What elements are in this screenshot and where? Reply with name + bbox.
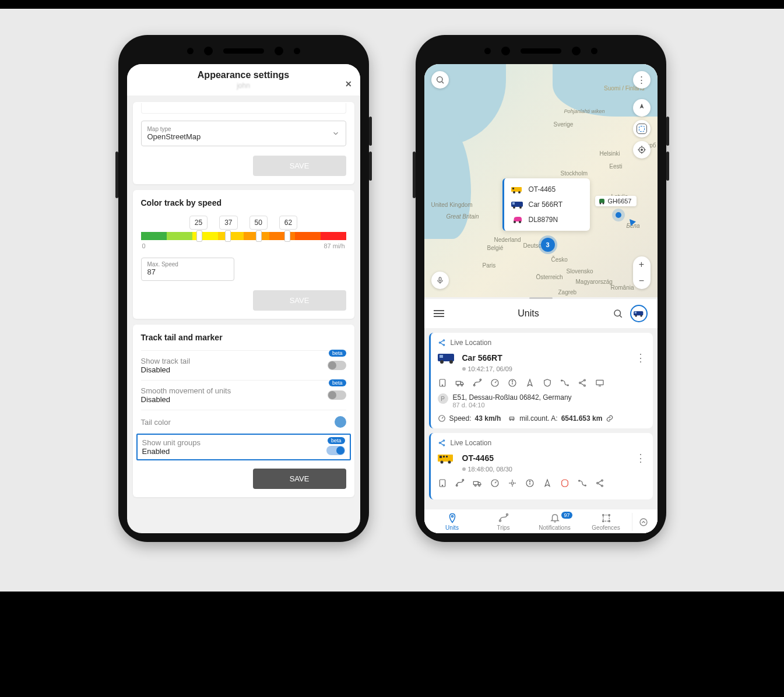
map-city: Deutsc <box>523 242 542 249</box>
map-city: Great Britain <box>447 213 479 220</box>
save-button-tracktail[interactable]: SAVE <box>253 469 346 489</box>
panel-title: Units <box>518 308 539 319</box>
info-icon[interactable] <box>508 378 517 388</box>
search-icon[interactable] <box>431 71 449 89</box>
zoom-out-icon[interactable]: − <box>639 276 644 286</box>
live-location-label: Live Location <box>451 339 492 347</box>
svg-point-12 <box>513 191 515 193</box>
compass-icon[interactable] <box>633 99 651 117</box>
unit-card[interactable]: Live Location OT-4465 ⋮ 18:48:00, 08/30 <box>429 433 653 499</box>
smooth-movement-row: Smooth movement of units Disabled beta <box>141 380 346 410</box>
show-groups-toggle[interactable] <box>326 446 345 455</box>
speed-stop[interactable]: 62 <box>279 216 297 230</box>
tablet-icon[interactable] <box>438 478 447 488</box>
map-type-select[interactable]: Map type OpenStreetMap <box>141 121 346 146</box>
unit-name: Car 566RT <box>462 353 502 362</box>
route-icon[interactable] <box>473 378 482 388</box>
speed-stop[interactable]: 25 <box>189 216 208 230</box>
map-city: Slovensko <box>567 268 593 274</box>
unit-card[interactable]: Live Location Car 566RT ⋮ 10:42:17, 06/0… <box>429 333 653 428</box>
map-city: Belgié <box>487 245 504 251</box>
nav-icon[interactable] <box>525 378 535 388</box>
locate-icon[interactable] <box>633 141 651 159</box>
path-icon[interactable] <box>578 478 587 488</box>
car-icon <box>508 414 516 423</box>
svg-line-93 <box>598 484 601 485</box>
action-icons <box>438 378 646 388</box>
map-city: Helsinki <box>599 150 620 157</box>
speed-icon[interactable] <box>490 478 500 488</box>
scan-icon[interactable] <box>633 120 651 138</box>
menu-icon[interactable] <box>434 310 444 317</box>
speed-stop[interactable]: 50 <box>249 216 268 230</box>
alert-icon[interactable] <box>560 478 569 488</box>
beta-badge: beta <box>329 350 346 357</box>
filter-unit-icon[interactable] <box>630 305 648 322</box>
svg-point-21 <box>602 203 604 205</box>
show-tail-toggle[interactable] <box>328 361 346 370</box>
slider-handle[interactable] <box>225 230 231 242</box>
popup-unit-item[interactable]: OT-4465 <box>504 182 590 197</box>
slider-handle[interactable] <box>284 230 290 242</box>
status-dot <box>462 467 466 471</box>
svg-point-70 <box>448 461 451 464</box>
speed-icon[interactable] <box>490 378 500 388</box>
bus-icon <box>438 452 456 464</box>
share-icon <box>438 339 446 347</box>
more-icon[interactable]: ⋮ <box>635 351 646 364</box>
path-icon[interactable] <box>560 378 569 388</box>
popup-unit-item[interactable]: Car 566RT <box>504 197 590 212</box>
shield-icon[interactable] <box>543 378 552 388</box>
svg-rect-66 <box>440 456 442 458</box>
gps-icon[interactable] <box>508 478 517 488</box>
info-icon[interactable] <box>525 478 535 488</box>
map-cluster-marker[interactable]: 3 <box>541 238 555 252</box>
save-button-speed[interactable]: SAVE <box>253 290 346 311</box>
zoom-in-icon[interactable]: + <box>639 259 644 270</box>
beta-badge: beta <box>328 437 345 444</box>
tail-color-swatch[interactable] <box>335 416 346 428</box>
search-icon[interactable] <box>613 308 623 319</box>
truck-icon[interactable] <box>455 378 465 388</box>
speed-label: Speed: <box>449 414 472 423</box>
smooth-toggle[interactable] <box>328 390 346 400</box>
nav-icon[interactable] <box>543 478 552 488</box>
slider-handle[interactable] <box>196 230 202 242</box>
action-icons <box>438 478 646 488</box>
notification-badge: 97 <box>561 512 572 519</box>
slider-handle[interactable] <box>256 230 262 242</box>
zoom-control[interactable]: + − <box>633 256 651 289</box>
svg-point-50 <box>583 379 585 381</box>
overflow-icon[interactable]: ⋮ <box>633 71 651 89</box>
nav-units[interactable]: Units <box>427 513 478 531</box>
link-icon[interactable] <box>606 414 614 423</box>
share-icon[interactable] <box>595 478 604 488</box>
save-button-maptype[interactable]: SAVE <box>253 156 346 176</box>
map-unit-tag[interactable]: GH6657 <box>595 196 637 206</box>
nav-collapse[interactable] <box>632 513 655 531</box>
nav-geofences[interactable]: Geofences <box>581 513 632 531</box>
tablet-icon[interactable] <box>438 378 447 388</box>
svg-rect-15 <box>512 202 515 205</box>
speed-stop[interactable]: 37 <box>219 216 237 230</box>
route-icon[interactable] <box>455 478 465 488</box>
close-icon[interactable]: ✕ <box>345 79 352 89</box>
speed-value: 43 km/h <box>475 414 501 423</box>
monitor-icon[interactable] <box>595 378 604 388</box>
tail-color-row: Tail color <box>141 410 346 434</box>
svg-point-98 <box>602 515 603 516</box>
popup-unit-item[interactable]: DL8879N <box>504 212 590 227</box>
nav-notifications[interactable]: 97 Notifications <box>529 513 581 531</box>
svg-point-35 <box>440 360 444 364</box>
map[interactable]: United Kingdom Great Britain Nederland D… <box>424 64 658 297</box>
share-icon[interactable] <box>578 378 587 388</box>
more-icon[interactable]: ⋮ <box>635 452 646 464</box>
svg-rect-25 <box>635 312 637 314</box>
track-tail-title: Track tail and marker <box>141 333 346 342</box>
mic-icon[interactable] <box>431 272 449 289</box>
truck-icon[interactable] <box>473 478 482 488</box>
speed-gradient[interactable] <box>141 232 346 240</box>
max-speed-input[interactable]: Max. Speed 87 <box>141 258 234 281</box>
nav-trips[interactable]: Trips <box>478 513 529 531</box>
map-pin[interactable] <box>616 212 621 218</box>
